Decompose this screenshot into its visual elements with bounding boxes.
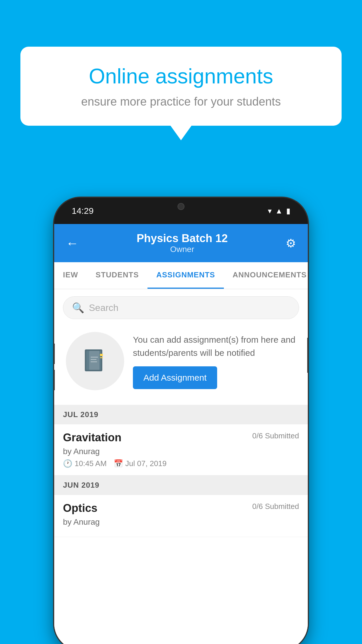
camera — [178, 203, 184, 210]
section-header-jun: JUN 2019 — [54, 475, 308, 495]
search-icon: 🔍 — [72, 302, 84, 314]
power-btn — [307, 338, 308, 373]
svg-rect-4 — [100, 357, 103, 358]
clock-icon: 🕐 — [63, 459, 72, 468]
settings-icon[interactable]: ⚙ — [286, 237, 296, 250]
assignment-item-top-optics: Optics 0/6 Submitted — [63, 502, 299, 514]
search-bar[interactable]: 🔍 Search — [63, 296, 299, 319]
app-bar: ← Physics Batch 12 Owner ⚙ — [54, 224, 308, 262]
volume-buttons — [54, 344, 55, 390]
assignment-author-optics: by Anurag — [63, 517, 299, 527]
speech-bubble: Online assignments ensure more practice … — [20, 47, 342, 126]
assignment-date-value: Jul 07, 2019 — [125, 459, 167, 468]
assignment-name-optics: Optics — [63, 502, 97, 514]
app-bar-title: Physics Batch 12 — [137, 232, 228, 245]
tabs-container: IEW STUDENTS ASSIGNMENTS ANNOUNCEMENTS — [54, 262, 308, 289]
volume-up-button — [54, 344, 55, 364]
power-button — [307, 338, 308, 373]
assignment-meta-gravitation: 🕐 10:45 AM 📅 Jul 07, 2019 — [63, 459, 299, 468]
status-bar: 14:29 ▾ ▲ ▮ — [54, 198, 308, 224]
assignment-author-gravitation: by Anurag — [63, 447, 299, 456]
assignment-time-value: 10:45 AM — [75, 459, 107, 468]
search-placeholder: Search — [89, 302, 118, 313]
assignment-submitted-optics: 0/6 Submitted — [252, 502, 299, 511]
phone-screen: ← Physics Batch 12 Owner ⚙ IEW STUDENTS … — [54, 224, 308, 644]
empty-state-card: You can add assignment(s) from here and … — [63, 326, 299, 396]
tab-students[interactable]: STUDENTS — [87, 262, 147, 289]
assignment-time-gravitation: 🕐 10:45 AM — [63, 459, 107, 468]
tab-assignments[interactable]: ASSIGNMENTS — [147, 262, 224, 289]
section-header-jul: JUL 2019 — [54, 405, 308, 424]
empty-state-icon — [66, 332, 124, 390]
notch — [152, 198, 210, 215]
speech-bubble-container: Online assignments ensure more practice … — [20, 47, 342, 140]
back-button[interactable]: ← — [66, 236, 79, 251]
tab-announcements[interactable]: ANNOUNCEMENTS — [224, 262, 308, 289]
tab-view[interactable]: IEW — [54, 262, 87, 289]
svg-rect-5 — [91, 357, 98, 358]
phone-frame: 14:29 ▾ ▲ ▮ ← Physics Batch 12 Owner ⚙ I… — [54, 198, 308, 644]
wifi-icon: ▾ — [268, 206, 272, 216]
notebook-svg — [82, 348, 108, 374]
assignment-item-top: Gravitation 0/6 Submitted — [63, 431, 299, 444]
content-area: 🔍 Search — [54, 289, 308, 644]
speech-bubble-title: Online assignments — [41, 64, 321, 88]
app-bar-subtitle: Owner — [137, 245, 228, 254]
volume-down-button — [54, 370, 55, 390]
speech-bubble-tail — [171, 126, 191, 140]
svg-rect-3 — [100, 354, 103, 356]
assignment-date-gravitation: 📅 Jul 07, 2019 — [114, 459, 167, 468]
assignment-submitted-gravitation: 0/6 Submitted — [252, 431, 299, 440]
signal-icon: ▲ — [275, 206, 283, 216]
assignment-item-gravitation[interactable]: Gravitation 0/6 Submitted by Anurag 🕐 10… — [54, 424, 308, 475]
assignment-item-optics[interactable]: Optics 0/6 Submitted by Anurag — [54, 495, 308, 537]
empty-state-content: You can add assignment(s) from here and … — [133, 333, 296, 389]
svg-rect-7 — [91, 361, 97, 362]
battery-icon: ▮ — [286, 206, 290, 216]
status-icons: ▾ ▲ ▮ — [268, 206, 290, 216]
app-bar-center: Physics Batch 12 Owner — [137, 232, 228, 254]
empty-state-description: You can add assignment(s) from here and … — [133, 333, 296, 359]
assignment-name-gravitation: Gravitation — [63, 431, 122, 444]
status-time: 14:29 — [72, 206, 94, 216]
svg-rect-2 — [89, 351, 99, 370]
add-assignment-button[interactable]: Add Assignment — [133, 366, 217, 389]
svg-rect-6 — [91, 359, 96, 360]
speech-bubble-subtitle: ensure more practice for your students — [41, 95, 321, 108]
calendar-icon: 📅 — [114, 459, 123, 468]
